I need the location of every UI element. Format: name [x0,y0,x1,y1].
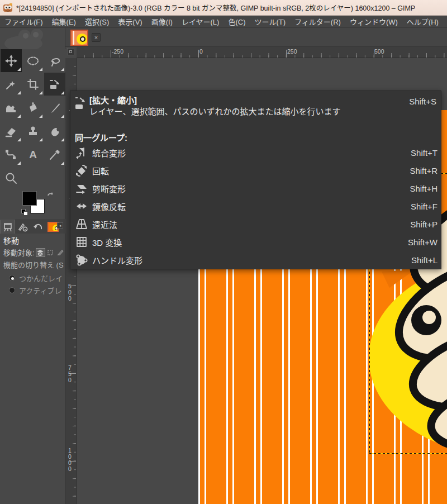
undo-arrow-icon [33,222,43,232]
pen-info-icon [18,222,28,232]
color-swatch-area [21,191,55,219]
gimp-window: { "window": { "title": "*[24194850] (インポ… [0,0,447,504]
image-tab-active[interactable] [70,30,88,46]
group-item-rotate[interactable]: 回転 Shift+R [75,161,438,179]
tool-eraser[interactable] [1,120,22,142]
dock-menu-button[interactable]: ◂ [57,222,63,229]
move-path-icon[interactable] [56,249,65,256]
h-ruler-label: -250 [112,48,123,55]
menu-tools[interactable]: ツール(T) [250,15,290,28]
tool-ellipse-select[interactable] [22,49,44,72]
tooltip-shortcut: Shift+S [409,97,436,106]
tool-warp[interactable] [1,96,22,119]
tool-smudge[interactable] [44,120,65,142]
tab-undo-history[interactable] [30,220,45,234]
radio-unselected-icon [9,287,15,293]
tool-move[interactable] [1,49,22,72]
title-bar[interactable]: *[24194850] (インポートされた画像)-3.0 (RGB カラー 8 … [0,0,447,16]
menu-colors[interactable]: 色(C) [224,15,250,28]
group-item-handle-transform[interactable]: ハンドル変形 Shift+L [75,251,438,269]
h-ruler-label: 250 [287,48,297,55]
tool-paths[interactable] [1,143,22,166]
v-ruler-label: 500 [66,283,73,301]
tool-fuzzy-select[interactable] [1,73,22,96]
tooltip-group-label: 同一グループ: [75,131,127,143]
scale-tool-icon [74,96,88,112]
wilber-logo [2,29,63,49]
tab-device-status[interactable] [15,220,30,234]
dock-tab-bar [0,219,65,234]
group-item-unified-transform[interactable]: 統合変形 Shift+T [75,144,438,161]
group-item-perspective[interactable]: 遠近法 Shift+P [75,215,438,233]
tool-crop[interactable] [22,73,44,96]
tool-text[interactable]: A [22,143,44,166]
flip-icon [75,199,88,213]
tool-free-select[interactable] [44,49,65,72]
easel-icon [3,222,13,232]
menu-bar: ファイル(F) 編集(E) 選択(S) 表示(V) 画像(I) レイヤー(L) … [0,16,447,28]
menu-file[interactable]: ファイル(F) [0,15,47,28]
tool-options-title: 移動 [3,235,19,246]
gimp-app-icon [3,3,13,13]
handle-transform-icon [75,253,88,267]
tool-scale[interactable] [44,73,65,96]
tool-color-picker[interactable] [44,143,65,166]
tooltip-description: レイヤー、選択範囲、パスのいずれかの拡大または縮小を行います [89,105,340,117]
menu-select[interactable]: 選択(S) [80,15,113,28]
toggle-function-label: 機能の切り替え (S [3,259,65,270]
menu-view[interactable]: 表示(V) [113,15,146,28]
rotate-icon [75,164,88,177]
tool-tooltip-popup: [拡大・縮小] レイヤー、選択範囲、パスのいずれかの拡大または縮小を行います S… [70,91,441,269]
swap-colors-icon[interactable] [47,191,54,198]
perspective-icon [75,217,88,231]
tooltip-title: [拡大・縮小] [89,94,137,106]
group-item-flip[interactable]: 鏡像反転 Shift+F [75,197,438,215]
menu-help[interactable]: ヘルプ(H) [402,15,443,28]
radio-move-picked-layer[interactable]: つかんだレイ [9,273,65,283]
3d-transform-icon [75,235,88,249]
shear-icon [75,182,88,195]
menu-windows[interactable]: ウィンドウ(W) [345,15,402,28]
group-item-3d-transform[interactable]: 3D 変換 Shift+W [75,233,438,251]
menu-layer[interactable]: レイヤー(L) [177,15,224,28]
svg-text:A: A [29,149,37,160]
move-layer-icon[interactable] [36,249,45,256]
menu-filters[interactable]: フィルター(R) [290,15,345,28]
tool-paintbrush[interactable] [44,96,65,119]
h-ruler-label: 500 [374,48,384,55]
move-target-row: 移動対象: [3,247,65,258]
tool-zoom[interactable] [1,167,22,189]
radio-move-active-layer[interactable]: アクティブレ [9,285,65,296]
group-item-shear[interactable]: 剪断変形 Shift+H [75,179,438,197]
close-icon[interactable]: × [92,33,101,42]
h-ruler-label: 0 [199,48,203,55]
window-title: *[24194850] (インポートされた画像)-3.0 (RGB カラー 8 … [16,2,415,13]
tab-tool-options[interactable] [0,220,15,234]
tool-grid: A [1,49,65,189]
tool-clone[interactable] [22,120,44,142]
v-ruler-label: 1000 [66,447,73,472]
image-tab-strip: × [65,28,447,47]
foreground-color-swatch[interactable] [22,191,37,206]
menu-edit[interactable]: 編集(E) [47,15,80,28]
move-target-label: 移動対象: [3,247,35,258]
radio-selected-icon [9,275,15,281]
unified-transform-icon [75,146,88,159]
menu-image[interactable]: 画像(I) [147,15,177,28]
tool-bucket-fill[interactable] [22,96,44,119]
default-colors-icon[interactable] [21,209,28,216]
v-ruler-label: 750 [66,364,73,383]
ruler-corner-button[interactable] [67,48,74,55]
toolbox-panel: A ◂ 移動 移動対 [0,28,65,504]
horizontal-ruler[interactable] [77,47,447,58]
move-selection-icon[interactable] [46,249,55,256]
